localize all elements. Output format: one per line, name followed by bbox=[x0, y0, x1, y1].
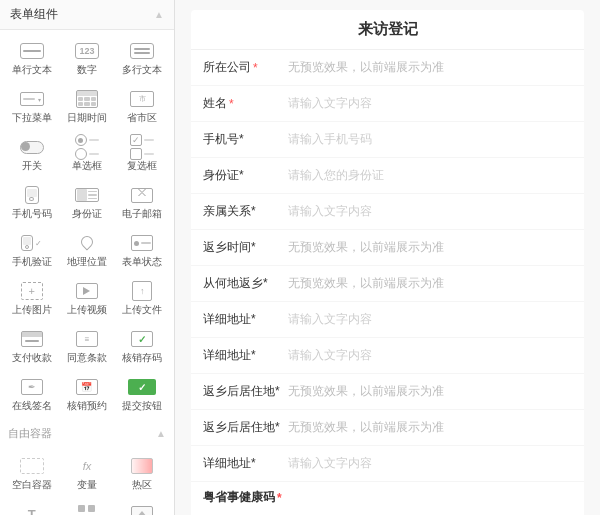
basic-components-grid: 单行文本 123 数字 多行文本 bbox=[0, 30, 174, 422]
comp-book[interactable]: 📅 核销预约 bbox=[59, 370, 114, 418]
form-row-detail3: 详细地址* 请输入文字内容 bbox=[191, 446, 584, 482]
component-list-scroll: 单行文本 123 数字 多行文本 bbox=[0, 30, 174, 515]
icon-comp-icon bbox=[73, 503, 101, 515]
checkbox-icon: ✓ bbox=[128, 136, 156, 158]
order-status-icon bbox=[128, 232, 156, 254]
comp-heat[interactable]: 热区 bbox=[115, 449, 170, 497]
comp-phone[interactable]: 手机号码 bbox=[4, 178, 59, 226]
comp-book-label: 核销预约 bbox=[67, 400, 107, 412]
panel-collapse-arrow[interactable]: ▲ bbox=[154, 9, 164, 20]
health-code-section: 粤省事健康码 * 绿码 黄码 bbox=[191, 482, 584, 515]
form-container: 来访登记 所在公司* 无预览效果，以前端展示为准 姓名* 请输入文字内容 手机号… bbox=[175, 0, 600, 515]
comp-dropdown-label: 下拉菜单 bbox=[12, 112, 52, 124]
comp-formula[interactable]: fx 变量 bbox=[59, 449, 114, 497]
form-label-name: 姓名* bbox=[203, 95, 288, 112]
comp-upload-video[interactable]: 上传视频 bbox=[59, 274, 114, 322]
comp-multi-text[interactable]: 多行文本 bbox=[115, 34, 170, 82]
form-label-return-time: 返乡时间* bbox=[203, 239, 288, 256]
image-comp-icon bbox=[128, 503, 156, 515]
comp-sign-label: 在线签名 bbox=[12, 400, 52, 412]
comp-upload-file[interactable]: ↑ 上传文件 bbox=[115, 274, 170, 322]
free-container-title: 自由容器 bbox=[8, 426, 52, 441]
comp-email-label: 电子邮箱 bbox=[122, 208, 162, 220]
form-row-phone: 手机号* 请输入手机号码 bbox=[191, 122, 584, 158]
free-container-grid: 空白容器 fx 变量 热区 T 文字 bbox=[0, 445, 174, 515]
right-panel: 来访登记 所在公司* 无预览效果，以前端展示为准 姓名* 请输入文字内容 手机号… bbox=[175, 0, 600, 515]
comp-upload-image-label: 上传图片 bbox=[12, 304, 52, 316]
comp-image-comp[interactable]: 图片 bbox=[115, 497, 170, 515]
form-row-relation: 亲属关系* 请输入文字内容 bbox=[191, 194, 584, 230]
comp-pay[interactable]: 支付收款 bbox=[4, 322, 59, 370]
comp-single-text-label: 单行文本 bbox=[12, 64, 52, 76]
phone-icon bbox=[18, 184, 46, 206]
comp-location[interactable]: 地理位置 bbox=[59, 226, 114, 274]
form-label-from-where: 从何地返乡* bbox=[203, 275, 288, 292]
comp-single-text[interactable]: 单行文本 bbox=[4, 34, 59, 82]
sign-icon: ✒ bbox=[18, 376, 46, 398]
comp-datetime[interactable]: 日期时间 bbox=[59, 82, 114, 130]
comp-email[interactable]: 电子邮箱 bbox=[115, 178, 170, 226]
panel-header: 表单组件 ▲ bbox=[0, 0, 174, 30]
comp-checkbox[interactable]: ✓ 复选框 bbox=[115, 130, 170, 178]
comp-submit[interactable]: ✓ 提交按钮 bbox=[115, 370, 170, 418]
single-text-icon bbox=[18, 40, 46, 62]
comp-radio[interactable]: 单选框 bbox=[59, 130, 114, 178]
form-label-detail1: 详细地址* bbox=[203, 311, 288, 328]
radio-icon bbox=[73, 136, 101, 158]
comp-dropdown[interactable]: ▾ 下拉菜单 bbox=[4, 82, 59, 130]
form-value-detail2: 请输入文字内容 bbox=[288, 347, 572, 364]
comp-upload-image[interactable]: + 上传图片 bbox=[4, 274, 59, 322]
comp-verify[interactable]: ✓ 核销存码 bbox=[115, 322, 170, 370]
comp-sign[interactable]: ✒ 在线签名 bbox=[4, 370, 59, 418]
comp-pay-label: 支付收款 bbox=[12, 352, 52, 364]
comp-order-status[interactable]: 表单状态 bbox=[115, 226, 170, 274]
form-row-return-home2: 返乡后居住地* 无预览效果，以前端展示为准 bbox=[191, 410, 584, 446]
pay-icon bbox=[18, 328, 46, 350]
comp-city[interactable]: 市 省市区 bbox=[115, 82, 170, 130]
comp-checkbox-label: 复选框 bbox=[127, 160, 157, 172]
comp-id-card-label: 身份证 bbox=[72, 208, 102, 220]
comp-heat-label: 热区 bbox=[132, 479, 152, 491]
comp-free-container[interactable]: 空白容器 bbox=[4, 449, 59, 497]
form-row-id: 身份证* 请输入您的身份证 bbox=[191, 158, 584, 194]
form-row-name: 姓名* 请输入文字内容 bbox=[191, 86, 584, 122]
comp-number[interactable]: 123 数字 bbox=[59, 34, 114, 82]
panel-title: 表单组件 bbox=[10, 6, 58, 23]
comp-icon-comp[interactable]: 图标 bbox=[59, 497, 114, 515]
free-container-arrow[interactable]: ▲ bbox=[156, 428, 166, 439]
dropdown-icon: ▾ bbox=[18, 88, 46, 110]
comp-verify-label: 核销存码 bbox=[122, 352, 162, 364]
comp-toggle[interactable]: 开关 bbox=[4, 130, 59, 178]
form-row-return-time: 返乡时间* 无预览效果，以前端展示为准 bbox=[191, 230, 584, 266]
form-value-return-home1: 无预览效果，以前端展示为准 bbox=[288, 383, 572, 400]
submit-icon: ✓ bbox=[128, 376, 156, 398]
comp-id-card[interactable]: 身份证 bbox=[59, 178, 114, 226]
comp-radio-label: 单选框 bbox=[72, 160, 102, 172]
comp-formula-label: 变量 bbox=[77, 479, 97, 491]
comp-upload-video-label: 上传视频 bbox=[67, 304, 107, 316]
form-value-from-where: 无预览效果，以前端展示为准 bbox=[288, 275, 572, 292]
form-row-detail2: 详细地址* 请输入文字内容 bbox=[191, 338, 584, 374]
form-label-relation: 亲属关系* bbox=[203, 203, 288, 220]
comp-free-container-label: 空白容器 bbox=[12, 479, 52, 491]
toggle-icon bbox=[18, 136, 46, 158]
form-value-name: 请输入文字内容 bbox=[288, 95, 572, 112]
upload-image-icon: + bbox=[18, 280, 46, 302]
form-row-from-where: 从何地返乡* 无预览效果，以前端展示为准 bbox=[191, 266, 584, 302]
comp-phone-verify[interactable]: ✓ 手机验证 bbox=[4, 226, 59, 274]
form-value-return-time: 无预览效果，以前端展示为准 bbox=[288, 239, 572, 256]
form-label-id: 身份证* bbox=[203, 167, 288, 184]
upload-file-icon: ↑ bbox=[128, 280, 156, 302]
form-value-detail3: 请输入文字内容 bbox=[288, 455, 572, 472]
form-value-return-home2: 无预览效果，以前端展示为准 bbox=[288, 419, 572, 436]
comp-agree[interactable]: ≡ 同意条款 bbox=[59, 322, 114, 370]
free-container-section-label: 自由容器 ▲ bbox=[0, 422, 174, 445]
form-row-return-home1: 返乡后居住地* 无预览效果，以前端展示为准 bbox=[191, 374, 584, 410]
comp-phone-verify-label: 手机验证 bbox=[12, 256, 52, 268]
id-card-icon bbox=[73, 184, 101, 206]
comp-multi-text-label: 多行文本 bbox=[122, 64, 162, 76]
comp-city-label: 省市区 bbox=[127, 112, 157, 124]
comp-text-comp[interactable]: T 文字 bbox=[4, 497, 59, 515]
form-label-return-home1: 返乡后居住地* bbox=[203, 383, 288, 400]
upload-video-icon bbox=[73, 280, 101, 302]
